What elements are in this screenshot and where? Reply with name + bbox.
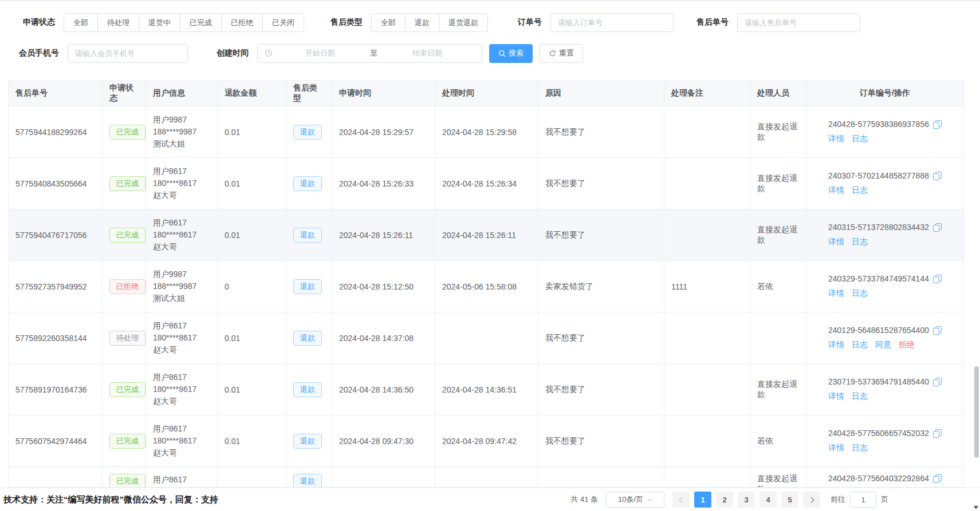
reset-button-label: 重置 xyxy=(559,48,574,58)
scrollbar-down-arrow[interactable] xyxy=(974,506,978,509)
status-filter-option[interactable]: 退货中 xyxy=(139,13,180,32)
copy-icon[interactable] xyxy=(933,429,942,438)
action-link-日志[interactable]: 日志 xyxy=(852,134,868,144)
chevron-right-icon xyxy=(808,497,814,502)
type-filter-option[interactable]: 退货退款 xyxy=(439,13,488,32)
column-header: 申请状态 xyxy=(103,81,146,106)
handle-remark xyxy=(664,364,750,415)
reset-button[interactable]: 重置 xyxy=(540,44,583,63)
scrollbar-thumb[interactable] xyxy=(974,366,979,458)
order-box: 240307-5702144858277888详情日志 xyxy=(828,171,942,196)
action-link-详情[interactable]: 详情 xyxy=(828,237,844,247)
user-info-cell: 用户8617180****8617赵大哥 xyxy=(146,158,218,209)
copy-icon[interactable] xyxy=(933,326,942,335)
aftersale-no-label: 售后单号 xyxy=(696,17,729,27)
page-number-button[interactable]: 3 xyxy=(738,492,755,508)
copy-icon[interactable] xyxy=(933,275,942,283)
phone-input[interactable] xyxy=(68,44,188,63)
copy-icon[interactable] xyxy=(933,120,942,129)
copy-icon[interactable] xyxy=(933,474,942,483)
status-badge: 已完成 xyxy=(109,176,145,191)
handle-time: 2024-04-28 09:47:42 xyxy=(435,415,538,467)
page-number-button[interactable]: 2 xyxy=(716,492,733,508)
page-number-button[interactable]: 4 xyxy=(759,492,777,508)
user-info-line: 用户8617 xyxy=(153,217,187,229)
end-date-input[interactable]: 结束日期 xyxy=(380,48,475,58)
page-number-button[interactable]: 1 xyxy=(694,492,711,508)
aftersale-no-input[interactable] xyxy=(737,13,860,32)
goto-page-input[interactable] xyxy=(850,492,876,508)
page-size-select[interactable]: 10条/页 xyxy=(606,492,664,508)
handle-time: 2024-04-28 15:29:58 xyxy=(435,106,538,158)
action-link-拒绝[interactable]: 拒绝 xyxy=(899,340,915,350)
prev-page-button[interactable] xyxy=(672,492,690,508)
action-link-详情[interactable]: 详情 xyxy=(828,443,844,453)
status-cell: 已完成 xyxy=(103,158,146,209)
reason: 我不想要了 xyxy=(538,364,664,415)
type-filter-option[interactable]: 退款 xyxy=(405,13,439,32)
action-link-详情[interactable]: 详情 xyxy=(828,340,844,350)
apply-time: 2024-04-28 09:47:30 xyxy=(332,415,435,467)
aftersale-type-badge: 退款 xyxy=(293,125,322,140)
aftersale-type-badge: 退款 xyxy=(293,434,322,449)
action-link-详情[interactable]: 详情 xyxy=(828,288,844,299)
page-number-button[interactable]: 5 xyxy=(781,492,798,508)
user-info-line: 用户9987 xyxy=(153,114,187,126)
action-link-详情[interactable]: 详情 xyxy=(828,391,844,402)
user-info-line: 用户9987 xyxy=(153,268,187,280)
user-info-line: 180****8617 xyxy=(153,435,196,447)
aftersale-no: 5775892260358144 xyxy=(9,312,103,364)
user-info-line: 赵大哥 xyxy=(153,189,177,201)
search-button-label: 搜索 xyxy=(509,48,524,58)
created-time-label: 创建时间 xyxy=(217,48,249,58)
copy-icon[interactable] xyxy=(933,378,942,386)
action-link-日志[interactable]: 日志 xyxy=(852,237,868,247)
action-link-详情[interactable]: 详情 xyxy=(828,134,844,144)
status-filter-option[interactable]: 已拒绝 xyxy=(221,13,263,32)
action-link-日志[interactable]: 日志 xyxy=(852,288,868,299)
search-icon xyxy=(498,50,506,57)
order-no: 240129-5648615287654400 xyxy=(828,326,929,335)
search-button[interactable]: 搜索 xyxy=(489,44,533,63)
status-badge: 已拒绝 xyxy=(109,279,145,294)
refund-amount: 0.01 xyxy=(218,209,286,261)
user-info-cell: 用户9987188****9987测试大姐 xyxy=(146,106,218,158)
handle-time: 2024-04-28 14:36:51 xyxy=(435,364,538,415)
action-link-日志[interactable]: 日志 xyxy=(852,185,868,196)
filter-row-2: 会员手机号 创建时间 开始日期 至 结束日期 搜索 重置 xyxy=(19,43,583,63)
action-link-日志[interactable]: 日志 xyxy=(852,391,868,402)
reason: 我不想要了 xyxy=(538,209,664,261)
status-cell: 已完成 xyxy=(103,467,146,488)
refresh-icon xyxy=(549,50,556,57)
aftersale-type-badge: 退款 xyxy=(293,279,322,294)
order-no-input[interactable] xyxy=(550,13,674,32)
status-cell: 已完成 xyxy=(103,106,146,158)
next-page-button[interactable] xyxy=(803,492,820,508)
copy-icon[interactable] xyxy=(933,172,942,180)
status-filter-option[interactable]: 已关闭 xyxy=(262,13,304,32)
action-link-日志[interactable]: 日志 xyxy=(852,340,868,350)
copy-icon[interactable] xyxy=(933,223,942,232)
action-link-日志[interactable]: 日志 xyxy=(852,443,868,453)
type-filter-option[interactable]: 全部 xyxy=(371,13,406,32)
handle-remark xyxy=(664,158,750,209)
status-filter-option[interactable]: 已完成 xyxy=(180,13,222,32)
status-badge: 已完成 xyxy=(109,228,145,243)
date-range-picker[interactable]: 开始日期 至 结束日期 xyxy=(257,44,482,63)
user-info-line: 188****9987 xyxy=(153,126,196,138)
support-text: 技术支持：关注“编写美好前程”微信公众号，回复：支持 xyxy=(3,494,218,505)
refund-amount: 0.01 xyxy=(218,158,286,209)
start-date-input[interactable]: 开始日期 xyxy=(273,48,368,58)
order-no-line: 240315-5713728802834432 xyxy=(828,223,942,232)
status-filter-option[interactable]: 待处理 xyxy=(97,13,139,32)
goto-page-unit: 页 xyxy=(881,494,888,505)
action-link-详情[interactable]: 详情 xyxy=(828,185,844,196)
handler: 若依 xyxy=(750,261,806,312)
reason: 我不想要了 xyxy=(538,312,664,364)
order-box: 240129-5648615287654400详情日志同意拒绝 xyxy=(828,326,942,350)
refund-amount: 0.01 xyxy=(218,312,286,364)
action-link-同意[interactable]: 同意 xyxy=(875,340,891,350)
vertical-scrollbar[interactable] xyxy=(973,0,980,511)
table-row: 5775940843505664已完成用户8617180****8617赵大哥0… xyxy=(9,158,963,209)
status-filter-option[interactable]: 全部 xyxy=(64,13,98,32)
